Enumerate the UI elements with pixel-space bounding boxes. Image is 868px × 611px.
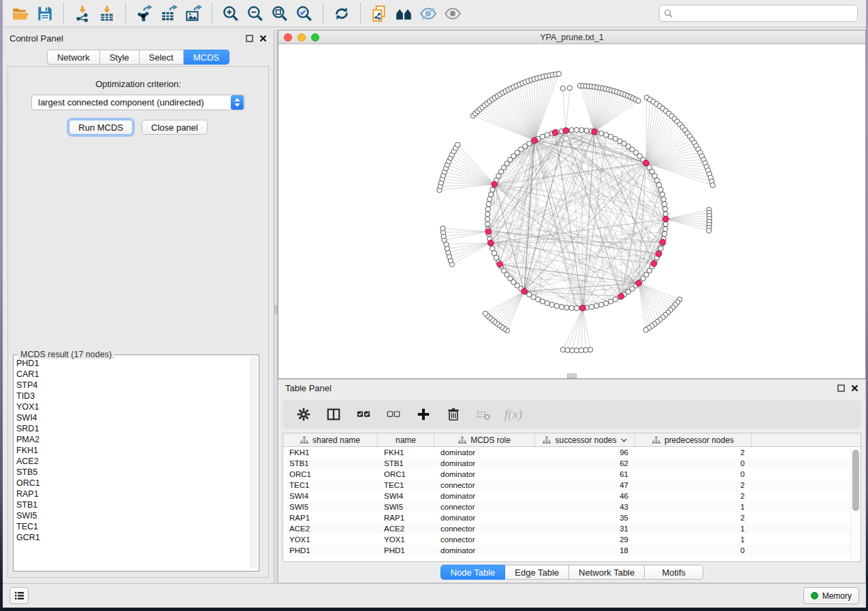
graph-node[interactable]	[584, 128, 589, 133]
graph-node[interactable]	[594, 303, 598, 308]
graph-node[interactable]	[574, 306, 579, 310]
graph-node[interactable]	[486, 201, 491, 206]
graph-hub-node[interactable]	[660, 240, 666, 246]
table-cell[interactable]: 47	[535, 480, 635, 491]
table-cell[interactable]: SWI5	[378, 501, 434, 512]
column-header-predecessor-nodes[interactable]: predecessor nodes	[635, 433, 752, 446]
graph-node[interactable]	[554, 303, 559, 308]
network-graph[interactable]	[278, 44, 865, 378]
criterion-dropdown[interactable]: largest connected component (undirected)	[31, 95, 245, 110]
graph-node[interactable]	[485, 222, 490, 227]
show-all-button[interactable]	[440, 3, 465, 24]
table-cell[interactable]: 31	[535, 523, 635, 534]
search-input[interactable]	[677, 7, 853, 20]
table-tab-motifs[interactable]: Motifs	[645, 565, 703, 580]
table-settings-button[interactable]	[292, 403, 315, 425]
graph-node[interactable]	[660, 192, 664, 197]
table-cell[interactable]: ORC1	[378, 469, 434, 480]
table-cell[interactable]: FKH1	[378, 447, 434, 458]
table-cell[interactable]: YOX1	[283, 534, 378, 545]
table-cell[interactable]: dominator	[434, 458, 535, 469]
table-cell[interactable]: 0	[635, 469, 752, 480]
table-cell[interactable]: 1	[635, 523, 752, 534]
splitter-grip[interactable]	[274, 305, 277, 314]
graph-node[interactable]	[662, 201, 666, 206]
graph-node[interactable]	[560, 86, 565, 90]
network-splitter-grip[interactable]	[567, 374, 577, 378]
search-field[interactable]	[659, 5, 858, 22]
table-row[interactable]: STB1STB1dominator620	[283, 458, 861, 469]
mcds-result-item[interactable]: TEC1	[16, 521, 249, 532]
graph-node[interactable]	[608, 299, 613, 303]
table-cell[interactable]: 1	[635, 534, 752, 545]
graph-node[interactable]	[636, 98, 641, 103]
column-header-MCDS-role[interactable]: MCDS role	[434, 433, 535, 446]
graph-hub-node[interactable]	[651, 261, 657, 267]
select-all-columns-button[interactable]	[352, 403, 375, 425]
table-cell[interactable]: ACE2	[378, 523, 434, 534]
graph-hub-node[interactable]	[592, 129, 598, 135]
network-canvas[interactable]	[278, 44, 865, 378]
close-panel-icon[interactable]	[851, 384, 858, 392]
mcds-result-item[interactable]: STB5	[16, 467, 249, 478]
table-scrollbar-thumb[interactable]	[852, 450, 859, 511]
apply-layout-button[interactable]	[329, 3, 354, 24]
minimize-window-button[interactable]	[298, 33, 306, 42]
mcds-result-item[interactable]: TID3	[16, 391, 249, 401]
graph-node[interactable]	[440, 226, 445, 231]
graph-hub-node[interactable]	[552, 130, 558, 136]
close-panel-button[interactable]: Close panel	[142, 120, 208, 135]
table-tab-network-table[interactable]: Network Table	[569, 565, 645, 580]
graph-node[interactable]	[579, 128, 584, 133]
memory-button[interactable]: Memory	[803, 587, 859, 604]
mcds-result-item[interactable]: SRD1	[16, 423, 249, 434]
graph-hub-node[interactable]	[485, 229, 492, 235]
graph-node[interactable]	[564, 305, 569, 310]
graph-hub-node[interactable]	[636, 280, 642, 286]
table-cell[interactable]: FKH1	[283, 447, 378, 458]
table-cell[interactable]: 2	[635, 480, 752, 491]
table-cell[interactable]: YOX1	[378, 534, 434, 545]
graph-node[interactable]	[488, 192, 493, 197]
table-cell[interactable]: 35	[535, 512, 635, 523]
table-cell[interactable]: 1	[635, 501, 752, 512]
create-column-button[interactable]	[412, 403, 435, 425]
graph-node[interactable]	[560, 347, 565, 352]
mcds-result-item[interactable]: PMA2	[16, 434, 249, 445]
task-history-button[interactable]	[10, 587, 29, 604]
table-cell[interactable]: 2	[635, 447, 752, 458]
graph-hub-node[interactable]	[492, 182, 498, 188]
graph-node[interactable]	[661, 197, 666, 201]
tab-mcds[interactable]: MCDS	[184, 50, 229, 65]
mcds-result-scrollbar[interactable]	[250, 357, 257, 569]
table-cell[interactable]: 0	[635, 545, 752, 556]
graph-hub-node[interactable]	[580, 305, 586, 311]
mcds-result-item[interactable]: RAP1	[16, 489, 249, 499]
table-cell[interactable]: 62	[535, 458, 635, 469]
table-cell[interactable]: RAP1	[378, 512, 434, 523]
table-cell[interactable]: connector	[434, 534, 535, 545]
table-cell[interactable]: 43	[535, 501, 635, 512]
zoom-in-button[interactable]	[219, 3, 243, 24]
mcds-result-item[interactable]: SWI5	[16, 510, 249, 521]
save-session-button[interactable]	[33, 3, 57, 24]
table-row[interactable]: ACE2ACE2connector311	[283, 523, 861, 534]
show-column-button[interactable]	[322, 403, 345, 425]
table-cell[interactable]: ORC1	[283, 469, 378, 480]
table-row[interactable]: ORC1ORC1dominator610	[283, 469, 861, 480]
table-cell[interactable]: STB1	[378, 458, 434, 469]
mcds-result-item[interactable]: STP4	[16, 380, 249, 391]
mcds-result-item[interactable]: ACE2	[16, 456, 249, 467]
table-cell[interactable]: TEC1	[283, 480, 378, 491]
table-cell[interactable]: 29	[535, 534, 635, 545]
graph-node[interactable]	[556, 71, 561, 76]
mcds-result-list[interactable]: PHD1CAR1STP4TID3YOX1SWI4SRD1PMA2FKH1ACE2…	[16, 358, 249, 568]
graph-node[interactable]	[662, 227, 667, 231]
open-file-button[interactable]	[8, 3, 33, 24]
unselect-all-columns-button[interactable]	[382, 403, 405, 425]
table-scrollbar[interactable]	[850, 448, 859, 560]
table-cell[interactable]: SWI5	[283, 501, 378, 512]
mcds-result-item[interactable]: STB1	[16, 499, 249, 510]
zoom-fit-button[interactable]	[268, 3, 292, 24]
graph-node[interactable]	[599, 302, 604, 307]
